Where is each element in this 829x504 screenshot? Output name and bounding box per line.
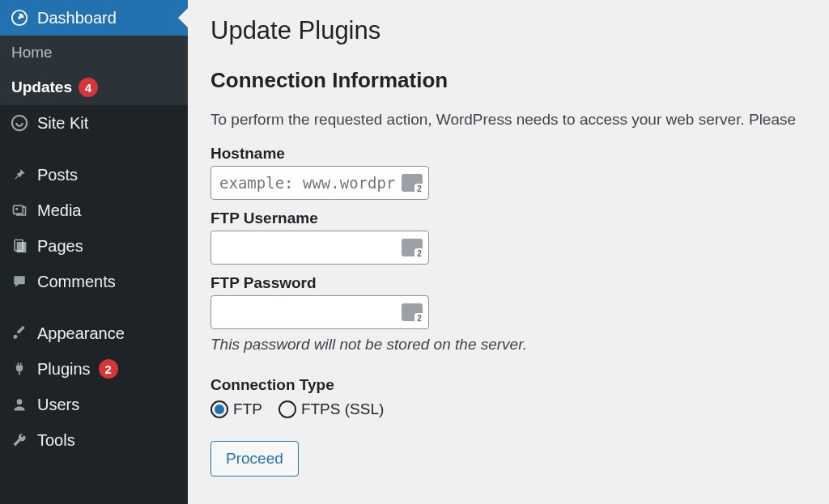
sidebar-subitem-updates[interactable]: Updates 4 — [0, 70, 188, 105]
sidebar-item-label: Appearance — [37, 324, 125, 343]
autofill-icon: 2 — [402, 303, 423, 321]
sidebar-item-users[interactable]: Users — [0, 387, 188, 422]
ftp-password-input[interactable] — [210, 295, 429, 329]
password-hint: This password will not be stored on the … — [210, 336, 806, 354]
media-icon — [10, 201, 29, 220]
wrench-icon — [10, 430, 29, 450]
sidebar-item-label: Tools — [37, 431, 75, 450]
sidebar-item-label: Users — [37, 396, 79, 414]
svg-point-7 — [17, 399, 23, 404]
svg-point-1 — [18, 16, 21, 19]
ftp-password-label: FTP Password — [210, 274, 806, 292]
sidebar-item-sitekit[interactable]: Site Kit — [0, 105, 188, 141]
svg-point-2 — [12, 116, 27, 130]
sidebar-item-label: Comments — [37, 273, 116, 291]
sidebar-item-tools[interactable]: Tools — [0, 422, 188, 458]
sidebar-item-plugins[interactable]: Plugins 2 — [0, 351, 188, 387]
page-title: Update Plugins — [210, 16, 806, 45]
sidebar-item-media[interactable]: Media — [0, 193, 188, 228]
connection-type-label: Connection Type — [210, 376, 806, 394]
updates-badge: 4 — [79, 78, 98, 97]
sidebar-item-label: Site Kit — [37, 114, 88, 133]
svg-rect-6 — [17, 242, 27, 252]
sidebar-item-posts[interactable]: Posts — [0, 157, 188, 193]
sidebar-item-dashboard[interactable]: Dashboard — [0, 0, 188, 36]
hostname-label: Hostname — [210, 145, 806, 163]
sidebar-item-label: Posts — [37, 166, 78, 184]
comment-icon — [10, 272, 29, 291]
sitekit-icon — [10, 113, 29, 133]
svg-rect-3 — [14, 205, 23, 214]
subitem-label: Updates — [11, 78, 72, 96]
autofill-icon: 2 — [402, 239, 423, 256]
ftps-radio-label: FTPS (SSL) — [301, 400, 384, 418]
ftp-radio[interactable] — [210, 400, 228, 418]
plugins-badge: 2 — [99, 359, 118, 379]
ftps-radio[interactable] — [278, 400, 296, 418]
main-content: Update Plugins Connection Information To… — [188, 0, 829, 504]
section-title: Connection Information — [210, 68, 806, 93]
sidebar-subitem-home[interactable]: Home — [0, 36, 188, 70]
admin-sidebar: Dashboard Home Updates 4 Site Kit Posts … — [0, 0, 188, 504]
plug-icon — [10, 359, 29, 379]
sidebar-item-comments[interactable]: Comments — [0, 264, 188, 299]
sidebar-item-label: Plugins — [37, 360, 91, 379]
pushpin-icon — [10, 165, 29, 184]
sidebar-item-label: Pages — [37, 237, 83, 256]
ftp-radio-label: FTP — [233, 400, 262, 418]
autofill-icon: 2 — [402, 174, 423, 192]
hostname-input[interactable] — [210, 166, 429, 200]
sidebar-item-label: Dashboard — [37, 9, 117, 28]
sidebar-item-pages[interactable]: Pages — [0, 228, 188, 264]
pages-icon — [10, 236, 29, 256]
sidebar-item-label: Media — [37, 201, 81, 220]
user-icon — [10, 395, 29, 414]
intro-text: To perform the requested action, WordPre… — [210, 111, 806, 129]
proceed-button[interactable]: Proceed — [210, 441, 299, 476]
dashboard-icon — [10, 8, 29, 28]
svg-point-4 — [15, 208, 18, 210]
ftp-username-label: FTP Username — [210, 210, 806, 227]
ftp-username-input[interactable] — [210, 231, 429, 265]
sidebar-item-appearance[interactable]: Appearance — [0, 316, 188, 351]
subitem-label: Home — [11, 44, 53, 61]
brush-icon — [10, 324, 29, 343]
